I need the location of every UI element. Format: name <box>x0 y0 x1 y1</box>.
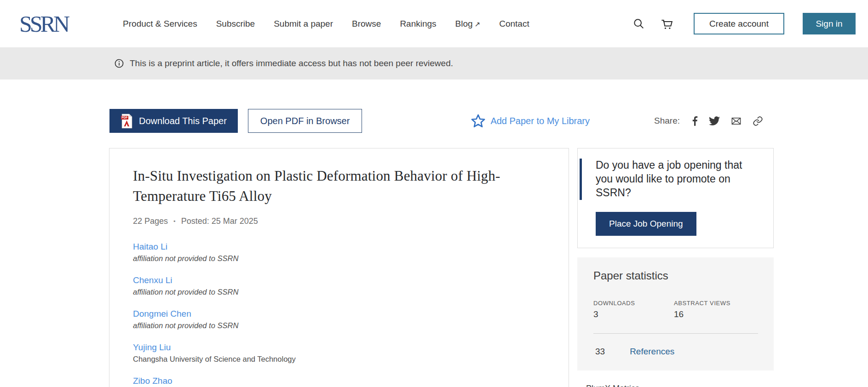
paper-title: In-Situ Investigation on Plastic Deforma… <box>133 166 545 206</box>
references-row: 33 References <box>593 347 758 357</box>
facebook-icon[interactable] <box>692 116 698 126</box>
author-item: Haitao Li affiliation not provided to SS… <box>133 242 545 263</box>
twitter-icon[interactable] <box>709 115 720 126</box>
abstract-views-value: 16 <box>674 309 735 319</box>
paper-statistics-panel: Paper statistics DOWNLOADS 3 ABSTRACT VI… <box>577 257 774 370</box>
abstract-views-label: ABSTRACT VIEWS <box>674 300 735 307</box>
external-link-arrow-icon: ↗ <box>475 20 481 28</box>
author-link[interactable]: Yujing Liu <box>133 342 171 353</box>
sign-in-button[interactable]: Sign in <box>803 13 856 34</box>
nav-contact[interactable]: Contact <box>499 19 529 29</box>
nav-browse[interactable]: Browse <box>352 19 381 29</box>
nav-blog-label: Blog <box>455 19 473 28</box>
downloads-value: 3 <box>593 309 654 319</box>
place-job-opening-button[interactable]: Place Job Opening <box>596 212 696 236</box>
posted-date: Posted: 25 Mar 2025 <box>181 216 258 226</box>
downloads-label: DOWNLOADS <box>593 300 654 307</box>
paper-card: In-Situ Investigation on Plastic Deforma… <box>109 148 569 387</box>
info-icon <box>114 58 124 68</box>
header-right: Create account Sign in <box>632 13 856 34</box>
job-promo-text: Do you have a job opening that you would… <box>596 159 760 200</box>
author-affiliation: affiliation not provided to SSRN <box>133 321 545 330</box>
cart-icon[interactable] <box>660 17 673 31</box>
stats-grid: DOWNLOADS 3 ABSTRACT VIEWS 16 <box>593 300 758 319</box>
author-list: Haitao Li affiliation not provided to SS… <box>133 242 545 386</box>
downloads-stat: DOWNLOADS 3 <box>593 300 654 319</box>
references-link[interactable]: References <box>630 347 674 357</box>
plumx-metrics-link[interactable]: PlumX Metrics <box>586 384 774 387</box>
add-to-library-label: Add Paper to My Library <box>490 116 590 126</box>
author-item: Dongmei Chen affiliation not provided to… <box>133 309 545 330</box>
sidebar: Do you have a job opening that you would… <box>577 148 774 387</box>
header: SSRN Product & Services Subscribe Submit… <box>0 0 868 47</box>
star-icon <box>471 114 486 129</box>
ssrn-logo[interactable]: SSRN <box>19 12 68 35</box>
email-icon[interactable] <box>731 116 742 126</box>
pdf-file-icon: PDF <box>121 114 133 129</box>
job-promo-card: Do you have a job opening that you would… <box>577 148 774 248</box>
author-item: Chenxu Li affiliation not provided to SS… <box>133 275 545 296</box>
paper-meta: 22 Pages • Posted: 25 Mar 2025 <box>133 216 545 226</box>
author-item: Zibo Zhao <box>133 376 545 386</box>
author-link[interactable]: Chenxu Li <box>133 275 172 285</box>
author-affiliation: affiliation not provided to SSRN <box>133 288 545 296</box>
author-affiliation: Changsha University of Science and Techn… <box>133 355 545 364</box>
nav-submit-paper[interactable]: Submit a paper <box>274 19 333 29</box>
svg-text:PDF: PDF <box>122 116 128 119</box>
open-pdf-button[interactable]: Open PDF in Browser <box>248 109 362 133</box>
main-content: In-Situ Investigation on Plastic Deforma… <box>0 148 868 387</box>
references-count: 33 <box>595 347 605 357</box>
meta-separator: • <box>173 218 176 225</box>
abstract-views-stat: ABSTRACT VIEWS 16 <box>674 300 735 319</box>
add-to-library-button[interactable]: Add Paper to My Library <box>471 114 590 129</box>
nav-rankings[interactable]: Rankings <box>400 19 436 29</box>
download-paper-button[interactable]: PDF Download This Paper <box>109 109 238 133</box>
share-group: Share: <box>654 115 763 126</box>
action-row: PDF Download This Paper Open PDF in Brow… <box>0 109 868 133</box>
search-icon[interactable] <box>632 17 646 31</box>
main-nav: Product & Services Subscribe Submit a pa… <box>123 19 529 29</box>
author-link[interactable]: Dongmei Chen <box>133 309 191 319</box>
download-paper-label: Download This Paper <box>139 116 227 126</box>
preprint-notice-text: This is a preprint article, it offers im… <box>130 58 453 68</box>
link-icon[interactable] <box>753 116 763 126</box>
page: SSRN Product & Services Subscribe Submit… <box>0 0 868 387</box>
paper-statistics-title: Paper statistics <box>593 269 758 282</box>
author-link[interactable]: Haitao Li <box>133 242 167 252</box>
page-count: 22 Pages <box>133 216 168 226</box>
share-label: Share: <box>654 116 680 126</box>
stats-divider <box>593 333 758 334</box>
accent-bar <box>580 159 582 200</box>
author-item: Yujing Liu Changsha University of Scienc… <box>133 342 545 364</box>
nav-subscribe[interactable]: Subscribe <box>216 19 255 29</box>
create-account-button[interactable]: Create account <box>694 13 784 34</box>
preprint-notice-banner: This is a preprint article, it offers im… <box>0 47 868 80</box>
author-affiliation: affiliation not provided to SSRN <box>133 254 545 263</box>
author-link[interactable]: Zibo Zhao <box>133 376 172 386</box>
nav-product-services[interactable]: Product & Services <box>123 19 197 29</box>
nav-blog[interactable]: Blog↗ <box>455 19 481 29</box>
